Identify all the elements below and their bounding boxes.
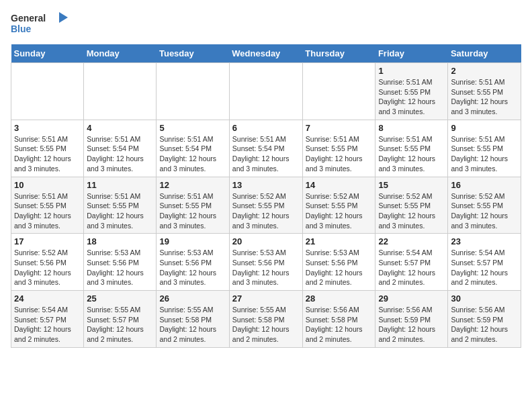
day-info: Sunrise: 5:51 AM Sunset: 5:55 PM Dayligh… [378, 134, 445, 174]
calendar-week-row: 3Sunrise: 5:51 AM Sunset: 5:55 PM Daylig… [11, 120, 521, 177]
day-info: Sunrise: 5:52 AM Sunset: 5:55 PM Dayligh… [378, 191, 445, 231]
day-info: Sunrise: 5:54 AM Sunset: 5:57 PM Dayligh… [378, 248, 445, 287]
day-number: 5 [159, 123, 226, 133]
day-info: Sunrise: 5:53 AM Sunset: 5:56 PM Dayligh… [87, 248, 153, 287]
calendar-cell [229, 63, 302, 120]
day-info: Sunrise: 5:53 AM Sunset: 5:56 PM Dayligh… [306, 248, 373, 287]
day-number: 12 [159, 180, 226, 190]
day-info: Sunrise: 5:51 AM Sunset: 5:55 PM Dayligh… [159, 191, 226, 231]
day-number: 24 [14, 293, 81, 304]
calendar-cell [302, 63, 375, 120]
calendar-cell: 21Sunrise: 5:53 AM Sunset: 5:56 PM Dayli… [302, 234, 375, 291]
day-number: 19 [159, 236, 226, 246]
day-info: Sunrise: 5:51 AM Sunset: 5:55 PM Dayligh… [14, 134, 81, 174]
day-info: Sunrise: 5:54 AM Sunset: 5:57 PM Dayligh… [451, 248, 518, 287]
day-info: Sunrise: 5:51 AM Sunset: 5:55 PM Dayligh… [14, 191, 81, 231]
day-info: Sunrise: 5:55 AM Sunset: 5:57 PM Dayligh… [87, 305, 153, 345]
calendar-cell: 30Sunrise: 5:56 AM Sunset: 5:59 PM Dayli… [448, 291, 521, 348]
calendar-cell: 2Sunrise: 5:51 AM Sunset: 5:55 PM Daylig… [448, 63, 521, 120]
day-number: 29 [378, 293, 445, 304]
calendar-cell: 26Sunrise: 5:55 AM Sunset: 5:58 PM Dayli… [157, 291, 229, 348]
day-number: 30 [451, 293, 518, 304]
day-number: 20 [232, 236, 300, 246]
calendar-cell [11, 63, 84, 120]
calendar-cell: 11Sunrise: 5:51 AM Sunset: 5:55 PM Dayli… [84, 177, 157, 234]
calendar-cell: 13Sunrise: 5:52 AM Sunset: 5:55 PM Dayli… [229, 177, 302, 234]
svg-text:General: General [11, 13, 46, 24]
day-number: 15 [378, 180, 445, 190]
day-info: Sunrise: 5:56 AM Sunset: 5:59 PM Dayligh… [378, 305, 445, 345]
day-number: 17 [14, 236, 81, 246]
calendar-cell [84, 63, 157, 120]
calendar-cell: 22Sunrise: 5:54 AM Sunset: 5:57 PM Dayli… [375, 234, 448, 291]
day-info: Sunrise: 5:51 AM Sunset: 5:55 PM Dayligh… [378, 77, 445, 117]
calendar-cell: 6Sunrise: 5:51 AM Sunset: 5:54 PM Daylig… [229, 120, 302, 177]
col-header-tuesday: Tuesday [157, 44, 229, 63]
day-info: Sunrise: 5:56 AM Sunset: 5:59 PM Dayligh… [451, 305, 518, 345]
col-header-wednesday: Wednesday [229, 44, 302, 63]
day-info: Sunrise: 5:54 AM Sunset: 5:57 PM Dayligh… [14, 305, 81, 345]
col-header-saturday: Saturday [448, 44, 521, 63]
calendar-cell: 16Sunrise: 5:52 AM Sunset: 5:55 PM Dayli… [448, 177, 521, 234]
day-number: 11 [87, 180, 153, 190]
calendar-cell: 9Sunrise: 5:51 AM Sunset: 5:55 PM Daylig… [448, 120, 521, 177]
day-number: 13 [232, 180, 300, 190]
day-info: Sunrise: 5:51 AM Sunset: 5:55 PM Dayligh… [87, 191, 153, 231]
day-number: 18 [87, 236, 153, 246]
calendar-cell: 19Sunrise: 5:53 AM Sunset: 5:56 PM Dayli… [157, 234, 229, 291]
calendar-cell: 27Sunrise: 5:55 AM Sunset: 5:58 PM Dayli… [229, 291, 302, 348]
calendar-cell: 1Sunrise: 5:51 AM Sunset: 5:55 PM Daylig… [375, 63, 448, 120]
calendar-week-row: 17Sunrise: 5:52 AM Sunset: 5:56 PM Dayli… [11, 234, 521, 291]
calendar-cell: 3Sunrise: 5:51 AM Sunset: 5:55 PM Daylig… [11, 120, 84, 177]
day-number: 14 [306, 180, 373, 190]
calendar-cell: 17Sunrise: 5:52 AM Sunset: 5:56 PM Dayli… [11, 234, 84, 291]
col-header-thursday: Thursday [302, 44, 375, 63]
day-info: Sunrise: 5:51 AM Sunset: 5:55 PM Dayligh… [451, 134, 518, 174]
day-number: 23 [451, 236, 518, 246]
day-number: 3 [14, 123, 81, 133]
day-number: 4 [87, 123, 153, 133]
day-info: Sunrise: 5:55 AM Sunset: 5:58 PM Dayligh… [232, 305, 300, 345]
day-info: Sunrise: 5:53 AM Sunset: 5:56 PM Dayligh… [159, 248, 226, 287]
day-info: Sunrise: 5:51 AM Sunset: 5:55 PM Dayligh… [451, 77, 518, 117]
calendar-cell: 5Sunrise: 5:51 AM Sunset: 5:54 PM Daylig… [157, 120, 229, 177]
calendar-week-row: 10Sunrise: 5:51 AM Sunset: 5:55 PM Dayli… [11, 177, 521, 234]
day-info: Sunrise: 5:51 AM Sunset: 5:54 PM Dayligh… [87, 134, 153, 174]
day-number: 25 [87, 293, 153, 304]
calendar-cell [157, 63, 229, 120]
day-number: 22 [378, 236, 445, 246]
calendar-cell: 20Sunrise: 5:53 AM Sunset: 5:56 PM Dayli… [229, 234, 302, 291]
day-number: 21 [306, 236, 373, 246]
calendar-cell: 24Sunrise: 5:54 AM Sunset: 5:57 PM Dayli… [11, 291, 84, 348]
day-number: 9 [451, 123, 518, 133]
col-header-sunday: Sunday [11, 44, 84, 63]
calendar-week-row: 1Sunrise: 5:51 AM Sunset: 5:55 PM Daylig… [11, 63, 521, 120]
day-number: 27 [232, 293, 300, 304]
day-info: Sunrise: 5:51 AM Sunset: 5:54 PM Dayligh… [232, 134, 300, 174]
calendar-cell: 15Sunrise: 5:52 AM Sunset: 5:55 PM Dayli… [375, 177, 448, 234]
day-number: 7 [306, 123, 373, 133]
calendar-cell: 8Sunrise: 5:51 AM Sunset: 5:55 PM Daylig… [375, 120, 448, 177]
day-number: 10 [14, 180, 81, 190]
page-header: General Blue [11, 11, 521, 38]
day-number: 1 [378, 66, 445, 76]
calendar-cell: 12Sunrise: 5:51 AM Sunset: 5:55 PM Dayli… [157, 177, 229, 234]
day-number: 6 [232, 123, 300, 133]
day-info: Sunrise: 5:51 AM Sunset: 5:54 PM Dayligh… [159, 134, 226, 174]
calendar-header-row: SundayMondayTuesdayWednesdayThursdayFrid… [11, 44, 521, 63]
col-header-monday: Monday [84, 44, 157, 63]
day-info: Sunrise: 5:51 AM Sunset: 5:55 PM Dayligh… [306, 134, 373, 174]
day-number: 28 [306, 293, 373, 304]
calendar-cell: 18Sunrise: 5:53 AM Sunset: 5:56 PM Dayli… [84, 234, 157, 291]
day-info: Sunrise: 5:55 AM Sunset: 5:58 PM Dayligh… [159, 305, 226, 345]
logo: General Blue [11, 11, 71, 38]
calendar-cell: 7Sunrise: 5:51 AM Sunset: 5:55 PM Daylig… [302, 120, 375, 177]
day-number: 16 [451, 180, 518, 190]
day-info: Sunrise: 5:52 AM Sunset: 5:55 PM Dayligh… [451, 191, 518, 231]
day-number: 26 [159, 293, 226, 304]
col-header-friday: Friday [375, 44, 448, 63]
svg-marker-2 [59, 12, 68, 23]
day-info: Sunrise: 5:53 AM Sunset: 5:56 PM Dayligh… [232, 248, 300, 287]
calendar-cell: 25Sunrise: 5:55 AM Sunset: 5:57 PM Dayli… [84, 291, 157, 348]
generalblue-logo-icon: General Blue [11, 11, 71, 38]
